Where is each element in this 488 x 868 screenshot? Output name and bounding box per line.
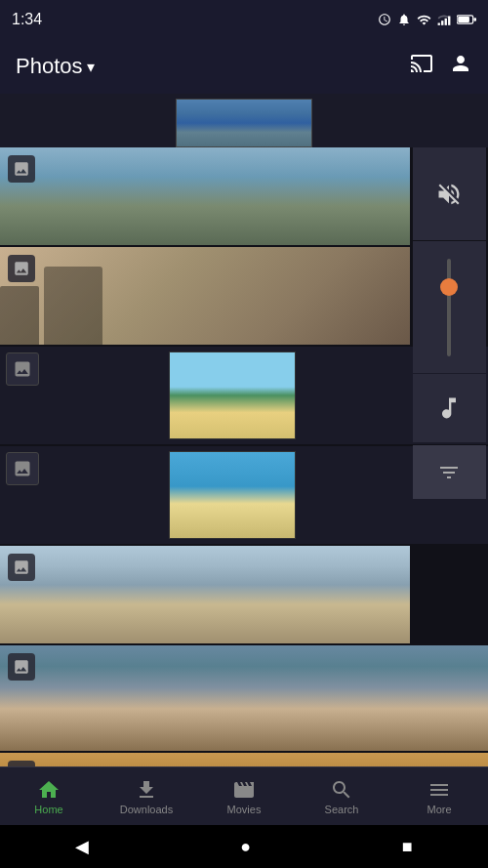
home-button[interactable]: ● [240,837,251,857]
svg-rect-2 [445,19,447,25]
wifi-icon [417,13,431,27]
app-bar-actions [410,52,472,81]
title-chevron-icon: ▾ [87,58,95,76]
bottom-nav: Home Downloads Movies Search More [0,766,488,825]
cast-button[interactable] [410,52,433,81]
nav-movies-label: Movies [227,804,262,815]
status-bar: 1:34 [0,0,488,39]
battery-icon [457,14,476,25]
nav-downloads[interactable]: Downloads [98,767,195,825]
media-icon-7 [8,761,35,766]
back-button[interactable]: ◀ [75,836,89,857]
mute-button[interactable] [413,147,486,240]
svg-rect-0 [438,23,440,25]
svg-rect-6 [474,18,477,21]
search-icon [330,778,353,802]
svg-rect-1 [441,21,443,25]
svg-rect-3 [448,17,450,25]
nav-search-label: Search [325,804,359,815]
nav-home[interactable]: Home [0,767,98,825]
nav-more[interactable]: More [390,767,488,825]
city-item[interactable] [0,546,488,645]
nav-movies[interactable]: Movies [195,767,293,825]
home-icon [37,778,61,802]
music-button[interactable] [413,374,486,442]
media-icon-5 [8,554,35,581]
louvre-item[interactable] [0,645,488,753]
nav-downloads-label: Downloads [120,804,173,815]
nav-search[interactable]: Search [293,767,390,825]
app-bar: Photos ▾ [0,39,488,94]
app-bar-title[interactable]: Photos ▾ [16,54,95,79]
alarm-icon [378,13,391,26]
right-panel [410,147,488,499]
download-icon [135,778,158,802]
film-icon [232,778,256,802]
montmartre-item[interactable] [0,753,488,766]
nav-home-label: Home [34,804,62,815]
boat-mini-thumb[interactable] [176,99,312,147]
status-icons [378,13,476,27]
media-icon-1 [8,155,35,183]
equalizer-button[interactable] [413,445,486,499]
media-icon-2 [8,255,35,282]
android-nav-bar: ◀ ● ■ [0,825,488,868]
content-area [0,94,488,766]
profile-button[interactable] [449,52,472,81]
media-icon-6 [8,653,35,681]
svg-rect-5 [458,17,469,22]
photos-title: Photos [16,54,83,79]
notif-mute-icon [397,13,411,26]
recents-button[interactable]: ■ [402,837,413,857]
volume-slider[interactable] [413,241,486,373]
status-time: 1:34 [12,11,42,28]
nav-more-label: More [427,804,451,815]
more-icon [427,778,451,802]
signal-icon [437,13,451,26]
